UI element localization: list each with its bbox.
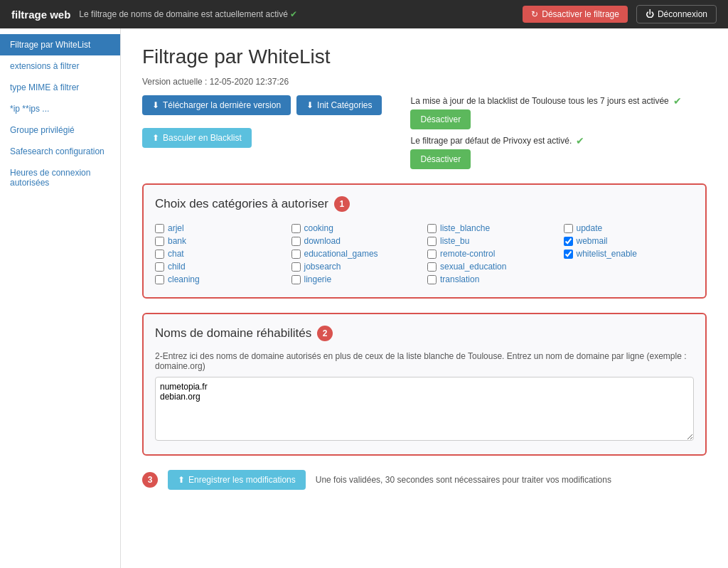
label-download: download	[304, 236, 341, 246]
logout-icon: ⏻	[646, 9, 654, 19]
switch-label: Basculer en Blacklist	[163, 133, 242, 143]
deactivate1-row: Désactiver	[410, 109, 681, 129]
category-liste-bu: liste_bu	[427, 235, 558, 247]
checkbox-liste-bu[interactable]	[427, 237, 437, 246]
label-remote-control: remote-control	[440, 249, 495, 259]
download-button[interactable]: ⬇ Télécharger la dernière version	[142, 95, 291, 115]
checkbox-translation[interactable]	[427, 275, 437, 284]
domains-title: Noms de domaine réhabilités 2	[155, 326, 694, 341]
sidebar-item-mime[interactable]: type MIME à filtrer	[0, 77, 120, 98]
section2-badge: 2	[317, 326, 333, 341]
categories-col0: arjel bank chat child	[155, 222, 286, 286]
deactivate1-label: Désactiver	[420, 114, 461, 124]
right-info: La mise à jour de la blacklist de Toulou…	[410, 95, 681, 169]
init-categories-button[interactable]: ⬇ Init Catégories	[296, 95, 382, 115]
checkbox-update[interactable]	[564, 224, 573, 233]
checkbox-sexual-education[interactable]	[427, 262, 437, 272]
category-remote-control: remote-control	[427, 247, 558, 260]
init-icon: ⬇	[306, 100, 314, 110]
navbar: filtrage web Le filtrage de noms de doma…	[0, 0, 728, 28]
save-note: Une fois validées, 30 secondes sont néce…	[316, 475, 611, 485]
sidebar-item-heures[interactable]: Heures de connexion autorisées	[0, 162, 120, 193]
category-lingerie: lingerie	[291, 273, 422, 286]
deactivate1-button[interactable]: Désactiver	[410, 109, 471, 129]
category-cooking: cooking	[291, 222, 422, 235]
domain-textarea[interactable]: numetopia.fr debian.org	[155, 377, 694, 441]
categories-grid: arjel bank chat child	[155, 222, 694, 286]
checkbox-chat[interactable]	[155, 250, 164, 259]
logout-button[interactable]: ⏻ Déconnexion	[636, 5, 717, 23]
category-whitelist-enable: whitelist_enable	[564, 247, 695, 260]
sidebar-item-extensions[interactable]: extensions à filtrer	[0, 55, 120, 77]
save-label: Enregistrer les modifications	[188, 475, 296, 485]
label-chat: chat	[168, 249, 184, 259]
label-liste-bu: liste_bu	[440, 236, 469, 246]
category-child: child	[155, 260, 286, 273]
sidebar-item-ip[interactable]: *ip **ips ...	[0, 98, 120, 119]
checkbox-remote-control[interactable]	[427, 250, 437, 259]
switch-icon: ⬆	[152, 133, 159, 143]
checkbox-arjel[interactable]	[155, 224, 164, 233]
blacklist-info-line: La mise à jour de la blacklist de Toulou…	[410, 95, 681, 107]
checkbox-cleaning[interactable]	[155, 275, 164, 284]
refresh-icon: ↻	[531, 9, 538, 19]
checkbox-educational-games[interactable]	[291, 250, 301, 259]
deactivate2-button[interactable]: Désactiver	[410, 149, 471, 169]
categories-title: Choix des catégories à autoriser 1	[155, 196, 694, 212]
checkbox-bank[interactable]	[155, 237, 164, 246]
label-webmail: webmail	[577, 236, 608, 246]
label-arjel: arjel	[168, 223, 184, 233]
navbar-status-text: Le filtrage de noms de domaine est actue…	[79, 9, 288, 19]
disable-filtering-button[interactable]: ↻ Désactiver le filtrage	[523, 6, 628, 23]
checkbox-download[interactable]	[291, 237, 301, 246]
checkbox-whitelist-enable[interactable]	[564, 250, 573, 259]
category-arjel: arjel	[155, 222, 286, 235]
navbar-status: Le filtrage de noms de domaine est actue…	[79, 9, 514, 19]
label-update: update	[577, 223, 603, 233]
categories-col1: cooking download educational_games jobse…	[291, 222, 422, 286]
deactivate2-row: Désactiver	[410, 149, 681, 169]
label-child: child	[168, 262, 186, 272]
sidebar-item-whitelist[interactable]: Filtrage par WhiteList	[0, 34, 120, 55]
privoxy-info-line: Le filtrage par défaut de Privoxy est ac…	[410, 135, 681, 146]
switch-blacklist-button[interactable]: ⬆ Basculer en Blacklist	[142, 128, 252, 148]
categories-col2: liste_blanche liste_bu remote-control se…	[427, 222, 558, 286]
domains-title-text: Noms de domaine réhabilités	[155, 326, 311, 341]
label-sexual-education: sexual_education	[440, 262, 506, 272]
left-actions: ⬇ Télécharger la dernière version ⬇ Init…	[142, 95, 382, 148]
checkbox-liste-blanche[interactable]	[427, 224, 437, 233]
btn-row-top: ⬇ Télécharger la dernière version ⬇ Init…	[142, 95, 382, 115]
brand-title: filtrage web	[11, 9, 70, 21]
category-bank: bank	[155, 235, 286, 247]
label-translation: translation	[440, 274, 479, 284]
section1-badge: 1	[334, 196, 350, 212]
label-educational-games: educational_games	[304, 249, 378, 259]
label-lingerie: lingerie	[304, 274, 332, 284]
checkbox-webmail[interactable]	[564, 237, 573, 246]
categories-title-text: Choix des catégories à autoriser	[155, 197, 328, 211]
checkbox-child[interactable]	[155, 262, 164, 272]
save-icon: ⬆	[178, 475, 185, 485]
label-whitelist-enable: whitelist_enable	[577, 249, 637, 259]
switch-button-row: ⬆ Basculer en Blacklist	[142, 128, 382, 148]
categories-section: Choix des catégories à autoriser 1 arjel…	[142, 183, 707, 299]
checkbox-cooking[interactable]	[291, 224, 301, 233]
category-translation: translation	[427, 273, 558, 286]
label-liste-blanche: liste_blanche	[440, 223, 490, 233]
category-chat: chat	[155, 247, 286, 260]
main-content: Filtrage par WhiteList Version actuelle …	[121, 28, 728, 568]
label-jobsearch: jobsearch	[304, 262, 341, 272]
checkbox-lingerie[interactable]	[291, 275, 301, 284]
category-download: download	[291, 235, 422, 247]
label-cooking: cooking	[304, 223, 333, 233]
checkbox-jobsearch[interactable]	[291, 262, 301, 272]
privoxy-check: ✔	[576, 135, 584, 146]
save-button[interactable]: ⬆ Enregistrer les modifications	[168, 470, 306, 490]
sidebar-item-safesearch[interactable]: Safesearch configuration	[0, 141, 120, 162]
category-cleaning: cleaning	[155, 273, 286, 286]
sidebar-item-groupe[interactable]: Groupe privilégié	[0, 119, 120, 141]
top-actions: ⬇ Télécharger la dernière version ⬇ Init…	[142, 95, 707, 169]
label-cleaning: cleaning	[168, 274, 200, 284]
blacklist-info-text: La mise à jour de la blacklist de Toulou…	[410, 96, 668, 106]
category-educational-games: educational_games	[291, 247, 422, 260]
